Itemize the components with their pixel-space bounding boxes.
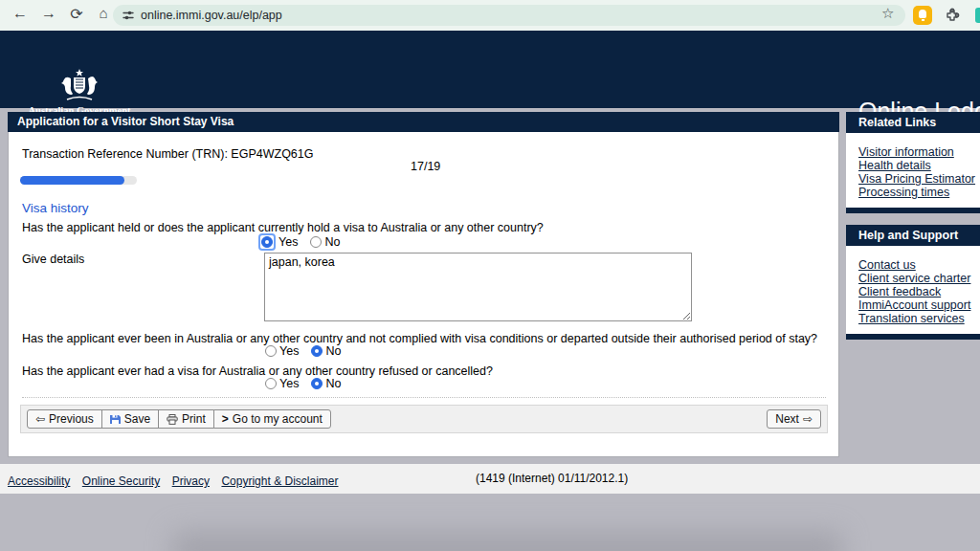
- site-settings-icon[interactable]: [122, 10, 134, 21]
- link-processing-times[interactable]: Processing times: [858, 186, 980, 199]
- version-text: (1419 (Internet) 01/11/2012.1): [476, 472, 628, 485]
- button-bar: ⇦ Previous Save Print > Go to my account: [20, 405, 828, 433]
- forward-icon[interactable]: →: [38, 5, 59, 22]
- question-2-no-radio[interactable]: [311, 345, 323, 357]
- question-3-radio-group: Yes No: [265, 377, 353, 390]
- save-disk-icon: [110, 414, 121, 425]
- next-label: Next: [775, 412, 799, 426]
- form-panel: Application for a Visitor Short Stay Vis…: [8, 112, 839, 457]
- transaction-reference: Transaction Reference Number (TRN): EGP4…: [22, 147, 314, 161]
- question-2: Has the applicant ever been in Australia…: [22, 332, 817, 345]
- address-bar[interactable]: online.immi.gov.au/elp/app: [113, 5, 905, 26]
- coat-of-arms-icon: [52, 69, 107, 103]
- question-2-radio-group: Yes No: [265, 344, 353, 358]
- link-online-security[interactable]: Online Security: [82, 474, 160, 488]
- question-1: Has the applicant held or does the appli…: [22, 221, 544, 234]
- link-contact-us[interactable]: Contact us: [858, 258, 980, 272]
- chevron-right-icon: >: [222, 412, 229, 426]
- extension-icon[interactable]: [913, 6, 932, 25]
- related-links-title: Related Links: [846, 112, 980, 133]
- footer-links: Accessibility Online Security Privacy Co…: [8, 472, 345, 489]
- question-2-yes-radio[interactable]: [265, 345, 277, 357]
- question-3-no-label: No: [325, 377, 341, 390]
- focus-ring: [258, 233, 276, 251]
- reload-icon[interactable]: ⟳: [66, 5, 87, 23]
- home-icon[interactable]: ⌂: [93, 5, 114, 21]
- browser-toolbar: ← → ⟳ ⌂ online.immi.gov.au/elp/app ☆: [0, 0, 980, 31]
- form-title-bar: Application for a Visitor Short Stay Vis…: [8, 112, 839, 132]
- question-2-no-label: No: [325, 344, 341, 358]
- page-counter: 17/19: [411, 160, 440, 173]
- link-visa-pricing-estimator[interactable]: Visa Pricing Estimator: [858, 172, 980, 186]
- back-icon[interactable]: ←: [10, 5, 31, 22]
- footer: Accessibility Online Security Privacy Co…: [0, 464, 980, 494]
- printer-icon: [167, 414, 178, 425]
- question-3: Has the applicant ever had a visa for Au…: [22, 364, 493, 378]
- url-text: online.immi.gov.au/elp/app: [141, 9, 282, 22]
- link-immiaccount-support[interactable]: ImmiAccount support: [858, 298, 980, 312]
- bulb-icon: [919, 10, 926, 18]
- next-button[interactable]: Next ⇨: [767, 409, 821, 429]
- question-1-no-label: No: [324, 235, 340, 249]
- link-translation-services[interactable]: Translation services: [858, 312, 980, 325]
- bulb-dot: [922, 19, 924, 21]
- question-2-yes-label: Yes: [279, 344, 299, 358]
- extensions-puzzle-icon[interactable]: [945, 8, 960, 23]
- link-privacy[interactable]: Privacy: [172, 474, 210, 488]
- link-client-feedback[interactable]: Client feedback: [858, 285, 980, 298]
- link-visitor-information[interactable]: Visitor information: [858, 145, 980, 159]
- previous-label: Previous: [49, 412, 94, 426]
- link-accessibility[interactable]: Accessibility: [8, 474, 70, 488]
- progress-fill: [20, 176, 124, 185]
- related-links-box: Related Links Visitor information Health…: [846, 112, 980, 213]
- account-label: Go to my account: [233, 412, 323, 426]
- question-1-yes-label: Yes: [278, 235, 298, 249]
- give-details-textarea[interactable]: japan, korea: [264, 253, 692, 321]
- section-heading-visa-history: Visa history: [22, 201, 89, 215]
- question-1-no-radio[interactable]: [310, 236, 322, 248]
- go-to-my-account-button[interactable]: > Go to my account: [213, 409, 331, 429]
- question-3-yes-radio[interactable]: [265, 378, 277, 389]
- gov-header: Australian Government Department of Home…: [0, 31, 980, 108]
- bookmark-star-icon[interactable]: ☆: [881, 5, 894, 22]
- print-button[interactable]: Print: [158, 409, 214, 429]
- progress-bar: [20, 176, 137, 185]
- help-support-box: Help and Support Contact us Client servi…: [846, 225, 980, 340]
- window-shadow: [172, 532, 842, 551]
- separator-dotted: [22, 397, 826, 398]
- give-details-label: Give details: [22, 253, 84, 266]
- question-1-radio-group: Yes No: [258, 233, 352, 251]
- link-copyright-disclaimer[interactable]: Copyright & Disclaimer: [221, 474, 338, 488]
- next-arrow-icon: ⇨: [803, 412, 813, 426]
- question-3-no-radio[interactable]: [311, 378, 323, 389]
- question-3-yes-label: Yes: [279, 377, 299, 390]
- print-label: Print: [182, 412, 206, 426]
- save-button[interactable]: Save: [101, 409, 159, 429]
- previous-arrow-icon: ⇦: [35, 412, 45, 426]
- link-health-details[interactable]: Health details: [858, 159, 980, 172]
- save-label: Save: [124, 412, 150, 426]
- help-support-title: Help and Support: [846, 225, 980, 246]
- previous-button[interactable]: ⇦ Previous: [27, 409, 102, 429]
- question-1-yes-radio[interactable]: [261, 236, 273, 248]
- profile-avatar-edge[interactable]: [975, 8, 980, 23]
- link-client-service-charter[interactable]: Client service charter: [858, 272, 980, 285]
